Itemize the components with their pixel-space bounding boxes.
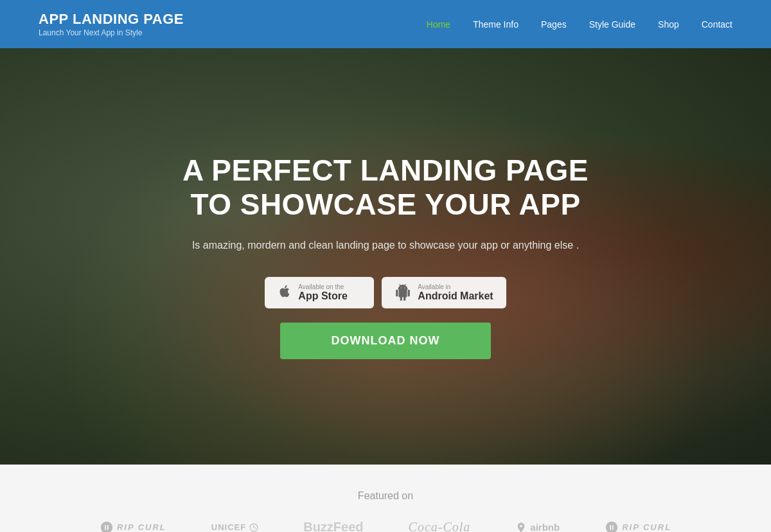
nav-link-theme-info[interactable]: Theme Info [473, 19, 518, 30]
app-store-available: Available on the [298, 283, 347, 290]
logo-unicef: unicef [211, 522, 258, 532]
featured-label: Featured on [39, 490, 732, 502]
featured-section: Featured on RIP CURL unicef BuzzFeed Coc… [0, 465, 771, 532]
nav-link-home[interactable]: Home [427, 19, 450, 30]
android-market-text: Available in Android Market [418, 283, 493, 302]
download-now-button[interactable]: DOWNLOAD NOW [280, 323, 492, 359]
nav-links: Home Theme Info Pages Style Guide Shop C… [427, 19, 732, 30]
logo-unicef-text: unicef [211, 522, 246, 532]
android-market-button[interactable]: Available in Android Market [382, 277, 506, 308]
android-market-name: Android Market [418, 290, 493, 302]
apple-icon [278, 284, 292, 301]
hero-section: A PERFECT LANDING PAGE TO SHOWCASE YOUR … [0, 48, 771, 465]
logo-ripcurl-2-text: RIP CURL [622, 522, 671, 532]
logo-airbnb-text: airbnb [530, 522, 560, 532]
logo-cocacola: Coca-Cola [409, 520, 471, 532]
logo-cocacola-text: Coca-Cola [409, 520, 471, 532]
logo-ripcurl-2: RIP CURL [605, 520, 671, 533]
android-icon [394, 284, 411, 301]
logo-ripcurl-1: RIP CURL [100, 520, 166, 533]
featured-logos: RIP CURL unicef BuzzFeed Coca-Cola airbn… [39, 520, 732, 532]
app-store-button[interactable]: Available on the App Store [265, 277, 374, 308]
brand-title: APP LANDING PAGE [39, 11, 184, 28]
nav-link-shop[interactable]: Shop [658, 19, 679, 30]
store-buttons: Available on the App Store Available in … [173, 277, 598, 308]
app-store-name: App Store [298, 290, 347, 302]
logo-airbnb: airbnb [515, 521, 560, 533]
logo-ripcurl-1-text: RIP CURL [117, 522, 166, 532]
hero-content: A PERFECT LANDING PAGE TO SHOWCASE YOUR … [161, 154, 610, 359]
nav-link-pages[interactable]: Pages [541, 19, 567, 30]
logo-buzzfeed-text: BuzzFeed [303, 520, 363, 532]
nav-link-contact[interactable]: Contact [702, 19, 732, 30]
brand-subtitle: Launch Your Next App in Style [39, 28, 184, 37]
hero-subtext: Is amazing, mordern and clean landing pa… [173, 237, 598, 254]
nav-brand: APP LANDING PAGE Launch Your Next App in… [39, 11, 184, 37]
navbar: APP LANDING PAGE Launch Your Next App in… [0, 0, 771, 48]
app-store-text: Available on the App Store [298, 283, 347, 302]
android-market-available: Available in [418, 283, 493, 290]
nav-link-style-guide[interactable]: Style Guide [589, 19, 635, 30]
hero-heading: A PERFECT LANDING PAGE TO SHOWCASE YOUR … [173, 154, 598, 222]
logo-buzzfeed: BuzzFeed [303, 520, 363, 532]
